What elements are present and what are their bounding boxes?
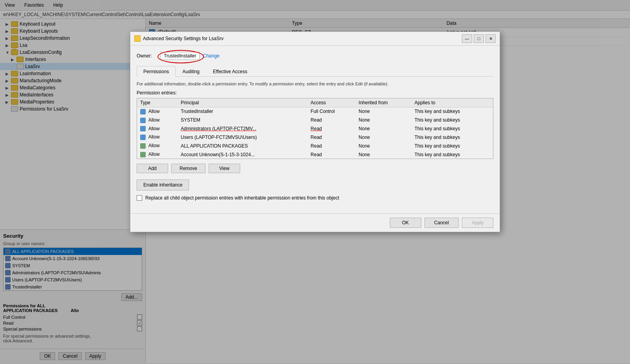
- col-type: Type: [137, 98, 178, 107]
- action-buttons: Add Remove View: [137, 164, 493, 173]
- perm-entry-row[interactable]: Allow TrustedInstaller Full Control None…: [137, 107, 493, 116]
- perm-access: Read: [308, 116, 356, 124]
- perm-type: Allow: [137, 107, 178, 116]
- perm-type: Allow: [137, 142, 178, 150]
- add-entry-button[interactable]: Add: [137, 164, 168, 173]
- tabs-row: Permissions Auditing Effective Access: [137, 66, 493, 77]
- user-icon: [140, 135, 146, 140]
- perm-type: Allow: [137, 124, 178, 133]
- minimize-button[interactable]: —: [462, 34, 472, 43]
- perm-inherited: None: [356, 133, 411, 142]
- user-icon: [140, 118, 146, 123]
- perm-type: Allow: [137, 116, 178, 124]
- tab-auditing[interactable]: Auditing: [176, 66, 206, 77]
- dialog-footer: OK Cancel Apply: [130, 213, 500, 232]
- perm-principal: Administrators (LAPTOP-FCT2MV...: [178, 124, 308, 133]
- perm-inherited: None: [356, 142, 411, 150]
- col-applies: Applies to: [411, 98, 493, 107]
- perm-inherited: None: [356, 116, 411, 124]
- perm-applies: This key and subkeys: [411, 107, 493, 116]
- user-icon: [140, 109, 146, 115]
- perm-inherited: None: [356, 124, 411, 133]
- owner-label: Owner:: [137, 53, 160, 59]
- cancel-button[interactable]: Cancel: [424, 218, 459, 228]
- perm-entry-row[interactable]: Allow Account Unknown(S-1-15-3-1024... R…: [137, 150, 493, 159]
- info-text: For additional information, double-click…: [137, 81, 493, 86]
- tab-effective-access[interactable]: Effective Access: [206, 66, 254, 77]
- col-principal: Principal: [178, 98, 308, 107]
- dialog-folder-icon: [134, 35, 141, 42]
- perm-principal: Users (LAPTOP-FCT2MVSU\Users): [178, 133, 308, 142]
- perm-access: Read: [308, 150, 356, 159]
- restore-button[interactable]: □: [474, 34, 484, 43]
- perm-inherited: None: [356, 150, 411, 159]
- owner-value: TrustedInstaller: [160, 52, 200, 60]
- perm-entry-row[interactable]: Allow Users (LAPTOP-FCT2MVSU\Users) Read…: [137, 133, 493, 142]
- dialog-title: Advanced Security Settings for LsaSrv: [134, 35, 224, 42]
- replace-row: Replace all child object permission entr…: [137, 195, 493, 201]
- modal-overlay: Advanced Security Settings for LsaSrv — …: [0, 0, 630, 364]
- enable-inheritance-row: Enable inheritance: [137, 179, 493, 195]
- ok-button[interactable]: OK: [390, 218, 421, 228]
- owner-row: Owner: TrustedInstaller Change: [137, 52, 493, 60]
- perm-access: Read: [308, 133, 356, 142]
- change-owner-link[interactable]: Change: [203, 53, 219, 59]
- col-access: Access: [308, 98, 356, 107]
- perm-entry-row[interactable]: Allow Administrators (LAPTOP-FCT2MV... R…: [137, 124, 493, 133]
- replace-checkbox[interactable]: [137, 195, 142, 201]
- perm-applies: This key and subkeys: [411, 124, 493, 133]
- perm-applies: This key and subkeys: [411, 133, 493, 142]
- special-icon: [140, 152, 146, 157]
- dialog-controls: — □ ✕: [462, 34, 496, 43]
- remove-entry-button[interactable]: Remove: [171, 164, 206, 173]
- perm-principal: SYSTEM: [178, 116, 308, 124]
- perm-principal: Account Unknown(S-1-15-3-1024...: [178, 150, 308, 159]
- perm-table: Type Principal Access Inherited from App…: [137, 98, 493, 159]
- perm-principal: ALL APPLICATION PACKAGES: [178, 142, 308, 150]
- perm-access: Read: [308, 142, 356, 150]
- perm-applies: This key and subkeys: [411, 150, 493, 159]
- close-button[interactable]: ✕: [485, 34, 496, 43]
- special-icon: [140, 143, 146, 149]
- perm-entry-row[interactable]: Allow SYSTEM Read None This key and subk…: [137, 116, 493, 124]
- enable-inheritance-button[interactable]: Enable inheritance: [137, 179, 189, 190]
- dialog-body: Owner: TrustedInstaller Change Permissio…: [130, 46, 500, 213]
- perm-entry-row[interactable]: Allow ALL APPLICATION PACKAGES Read None…: [137, 142, 493, 150]
- user-icon: [140, 126, 146, 131]
- perm-applies: This key and subkeys: [411, 116, 493, 124]
- perm-type: Allow: [137, 150, 178, 159]
- dialog-title-text: Advanced Security Settings for LsaSrv: [143, 36, 224, 41]
- perm-entries-label: Permission entries:: [137, 90, 493, 96]
- perm-principal: TrustedInstaller: [178, 107, 308, 116]
- perm-applies: This key and subkeys: [411, 142, 493, 150]
- advanced-security-dialog: Advanced Security Settings for LsaSrv — …: [130, 31, 500, 232]
- tab-permissions[interactable]: Permissions: [137, 66, 176, 77]
- perm-table-container: Type Principal Access Inherited from App…: [137, 98, 493, 159]
- perm-access: Full Control: [308, 107, 356, 116]
- col-inherited: Inherited from: [356, 98, 411, 107]
- replace-label: Replace all child object permission entr…: [145, 195, 339, 201]
- perm-access: Read: [308, 124, 356, 133]
- dialog-titlebar: Advanced Security Settings for LsaSrv — …: [130, 32, 500, 46]
- perm-inherited: None: [356, 107, 411, 116]
- view-entry-button[interactable]: View: [209, 164, 240, 173]
- perm-type: Allow: [137, 133, 178, 142]
- apply-button[interactable]: Apply: [462, 218, 493, 228]
